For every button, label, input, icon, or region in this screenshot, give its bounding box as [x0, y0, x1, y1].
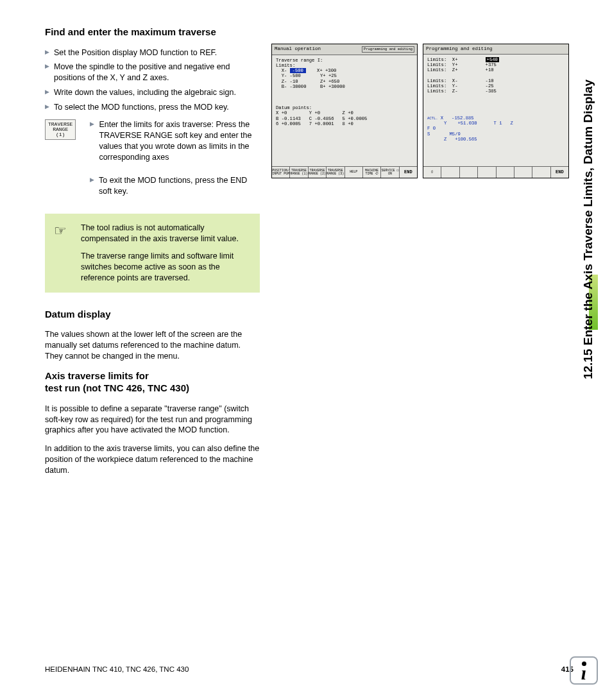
note-box: ☞ The tool radius is not automatically c…: [45, 214, 260, 292]
side-tab: 12.15 Enter the Axis Traverse Limits, Da…: [579, 24, 598, 435]
softkey-traverse-range: TRAVERSE RANGE (1): [45, 119, 76, 140]
sub-step-item: To exit the MOD functions, press the END…: [90, 175, 260, 197]
page-footer: HEIDENHAIN TNC 410, TNC 426, TNC 430 415: [45, 665, 574, 673]
sub-steps: Enter the limits for axis traverse: Pres…: [90, 119, 260, 171]
info-icon: ı: [570, 656, 598, 685]
cnc-softkey: TRAVERSE RANGE (2): [309, 167, 327, 178]
step-item: Move the spindle to the positive and neg…: [45, 62, 260, 83]
cnc-softkey: POSITION/ INPUT PGM: [272, 167, 290, 178]
cnc-softkey: END: [400, 167, 417, 178]
cnc-softkey: MACHINE TIME ⏱: [363, 167, 381, 178]
step-item: Set the Position display MOD function to…: [45, 47, 260, 58]
cnc-softkey: SERVICE □ ON: [381, 167, 399, 178]
cnc-softkey: TRAVERSE RANGE (3): [327, 167, 344, 178]
cnc-softkey: TRAVERSE RANGE (1): [290, 167, 308, 178]
cnc-title: Programming and editing: [426, 46, 493, 52]
side-tab-text: 12.15 Enter the Axis Traverse Limits, Da…: [581, 80, 595, 379]
cnc-mode-mini: Programming and editing: [362, 46, 414, 53]
step-item: To select the MOD functions, press the M…: [45, 102, 260, 113]
note-text: The tool radius is not automatically com…: [81, 223, 250, 244]
cnc-screen-programming: Programming and editing Limits: X+ +540 …: [423, 44, 569, 178]
heading-datum-display: Datum display: [45, 308, 260, 321]
cnc-softkey: END: [551, 167, 568, 178]
cnc-softkey: ⎙: [423, 167, 441, 178]
body-text: It is possible to define a separate "tra…: [45, 404, 260, 436]
cnc-screen-manual: Manual operation Programming and editing…: [271, 44, 418, 178]
hand-icon: ☞: [54, 221, 67, 241]
cnc-softkey: HELP: [345, 167, 363, 178]
body-text: The values shown at the lower left of th…: [45, 329, 260, 362]
body-text: In addition to the axis traverse limits,…: [45, 443, 260, 476]
cnc-body: Limits: X+ +540 Limits: Y+ +375 Limits: …: [423, 55, 568, 166]
sub-step-item: Enter the limits for axis traverse: Pres…: [90, 119, 260, 163]
cnc-softkey-row: ⎙ END: [423, 166, 568, 178]
steps-list: Set the Position display MOD function to…: [45, 47, 260, 113]
cnc-softkey-row: POSITION/ INPUT PGM TRAVERSE RANGE (1) T…: [272, 166, 417, 178]
cnc-body: Traverse range I: Limits: X- -500 X+ +30…: [272, 55, 417, 167]
step-item: Write down the values, including the alg…: [45, 87, 260, 98]
footer-product: HEIDENHAIN TNC 410, TNC 426, TNC 430: [45, 665, 189, 673]
note-text: The traverse range limits and software l…: [81, 251, 250, 284]
heading-axis-traverse-limits: Axis traverse limits for test run (not T…: [45, 370, 260, 395]
cnc-title: Manual operation: [275, 46, 321, 53]
heading-find-traverse: Find and enter the maximum traverse: [45, 26, 260, 38]
